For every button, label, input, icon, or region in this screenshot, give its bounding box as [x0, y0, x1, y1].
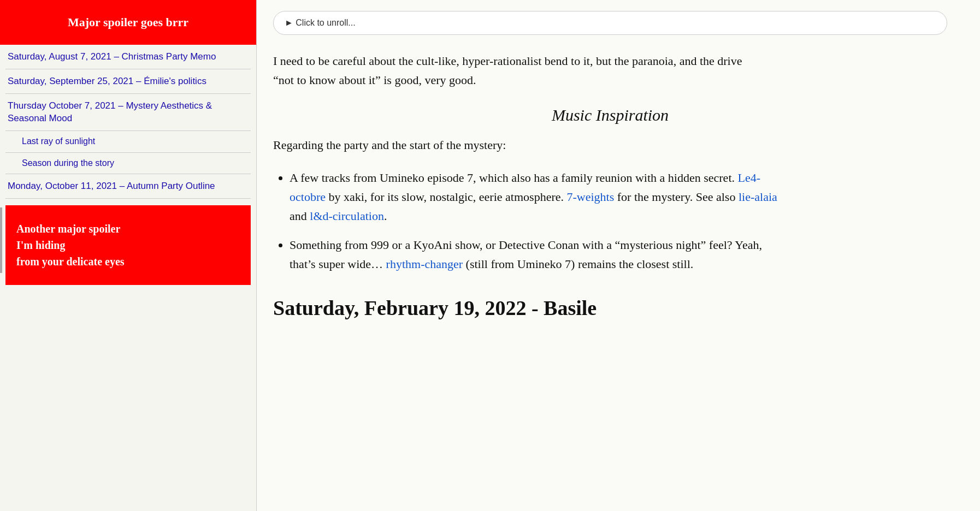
- bullet-1-mid2: for the mystery. See also: [614, 190, 739, 204]
- nav-link-emilie[interactable]: Saturday, September 25, 2021 – Émilie's …: [8, 75, 249, 88]
- bullet-item-2: Something from 999 or a KyoAni show, or …: [290, 235, 781, 274]
- scroll-position-indicator: [0, 207, 2, 273]
- link-rhythm-changer[interactable]: rhythm-changer: [386, 257, 463, 271]
- nav-sub-entry-season[interactable]: Season during the story: [5, 153, 251, 174]
- footer-title: Saturday, February 19, 2022 - Basile: [273, 296, 947, 320]
- music-intro: Regarding the party and the start of the…: [273, 135, 765, 155]
- music-heading: Music Inspiration: [273, 106, 947, 124]
- nav-entry-autumn[interactable]: Monday, October 11, 2021 – Autumn Party …: [5, 174, 251, 199]
- nav-link-mystery[interactable]: Thursday October 7, 2021 – Mystery Aesth…: [8, 99, 249, 126]
- bullet-1-text-before: A few tracks from Umineko episode 7, whi…: [290, 171, 738, 185]
- nav-entry-christmas[interactable]: Saturday, August 7, 2021 – Christmas Par…: [5, 45, 251, 69]
- sidebar-nav: Saturday, August 7, 2021 – Christmas Par…: [0, 45, 256, 199]
- main-content: ► Click to unroll... I need to be carefu…: [257, 0, 980, 511]
- bullet-2-mid1: (still from Umineko 7) remains the close…: [463, 257, 693, 271]
- nav-link-season[interactable]: Season during the story: [22, 157, 249, 169]
- link-7-weights[interactable]: 7-weights: [566, 190, 614, 204]
- bullet-1-mid3: and: [290, 209, 310, 223]
- link-ld-circulation[interactable]: l&d-circulation: [310, 209, 384, 223]
- unroll-bar[interactable]: ► Click to unroll...: [273, 11, 947, 35]
- intro-paragraph: I need to be careful about the cult-like…: [273, 51, 765, 90]
- nav-entry-mystery[interactable]: Thursday October 7, 2021 – Mystery Aesth…: [5, 94, 251, 132]
- bullet-1-mid1: by xaki, for its slow, nostalgic, eerie …: [326, 190, 567, 204]
- bullet-1-after: .: [384, 209, 387, 223]
- bullet-list: A few tracks from Umineko episode 7, whi…: [290, 168, 781, 274]
- spoiler-banner-top: Major spoiler goes brrr: [0, 0, 256, 45]
- sidebar: Major spoiler goes brrr Saturday, August…: [0, 0, 257, 511]
- unroll-label: ► Click to unroll...: [285, 18, 356, 28]
- nav-sub-entry-sunlight[interactable]: Last ray of sunlight: [5, 131, 251, 152]
- nav-entry-emilie[interactable]: Saturday, September 25, 2021 – Émilie's …: [5, 69, 251, 94]
- link-lie-alaia[interactable]: lie-alaia: [739, 190, 777, 204]
- spoiler-bottom-text: Another major spoilerI'm hidingfrom your…: [16, 223, 125, 268]
- nav-link-sunlight[interactable]: Last ray of sunlight: [22, 135, 249, 147]
- spoiler-banner-bottom: Another major spoilerI'm hidingfrom your…: [5, 205, 251, 285]
- bullet-item-1: A few tracks from Umineko episode 7, whi…: [290, 168, 781, 226]
- nav-link-christmas[interactable]: Saturday, August 7, 2021 – Christmas Par…: [8, 50, 249, 63]
- nav-link-autumn[interactable]: Monday, October 11, 2021 – Autumn Party …: [8, 180, 249, 193]
